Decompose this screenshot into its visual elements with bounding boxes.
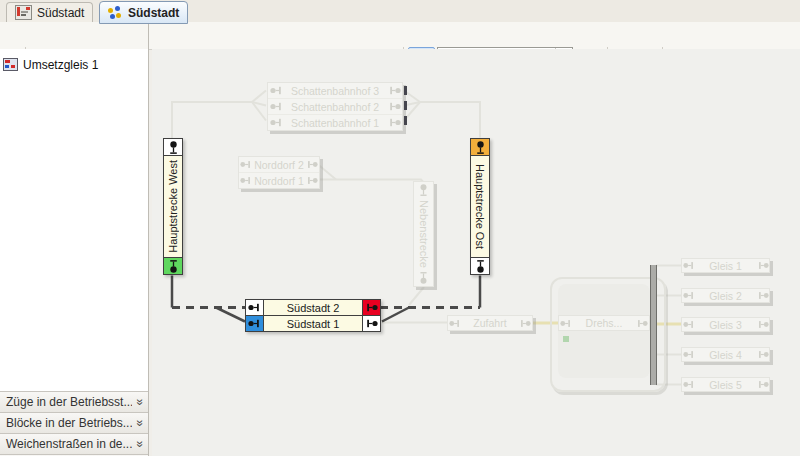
signal-icon — [414, 182, 433, 198]
tab-suedstadt-dispatcher[interactable]: Südstadt — [99, 1, 188, 24]
signal-icon — [164, 257, 182, 274]
block-end-icon — [386, 99, 402, 114]
block-gleis-5[interactable]: Gleis 5 — [681, 377, 770, 392]
tab-bar: Südstadt Südstadt — [0, 0, 800, 23]
block-norddorf-2[interactable]: Norddorf 2 — [239, 157, 319, 172]
block-end-icon — [756, 289, 769, 302]
switchboard-icon — [15, 5, 32, 20]
signal-icon — [164, 139, 182, 156]
tunnel-marker — [404, 116, 407, 125]
block-label: Hauptstrecke Ost — [474, 164, 486, 249]
block-end-icon — [386, 83, 402, 98]
block-norddorf-1[interactable]: Norddorf 1 — [239, 172, 319, 188]
block-group-suedstadt: Südstadt 2 Südstadt 1 — [245, 299, 381, 332]
turntable-plate[interactable] — [558, 284, 650, 378]
block-end-icon — [682, 348, 695, 361]
block-end-icon — [635, 316, 649, 330]
block-end-icon — [559, 316, 573, 330]
block-label: Südstadt 2 — [264, 300, 362, 315]
signal-icon — [471, 257, 489, 274]
block-label: Nebenstrecke — [418, 200, 430, 268]
panel-splitter[interactable] — [148, 22, 149, 456]
block-end-icon — [682, 318, 695, 331]
block-hauptstrecke-ost[interactable]: Hauptstrecke Ost — [470, 138, 490, 275]
block-gleis-1[interactable]: Gleis 1 — [681, 258, 770, 273]
block-label: Südstadt 1 — [264, 316, 362, 331]
block-label: Hauptstrecke West — [167, 160, 179, 253]
block-end-icon-occupied — [362, 300, 380, 315]
traincontroller-window: Südstadt Südstadt — [0, 0, 800, 456]
tab-label: Südstadt — [37, 6, 84, 20]
block-end-icon — [756, 259, 769, 272]
block-end-icon — [682, 378, 695, 391]
block-end-icon — [682, 259, 695, 272]
signal-icon — [414, 270, 433, 286]
block-end-icon — [268, 115, 284, 130]
block-group-norddorf: Norddorf 2 Norddorf 1 — [238, 156, 320, 189]
block-end-icon — [246, 300, 264, 315]
block-end-icon — [448, 316, 462, 330]
block-end-icon — [239, 157, 253, 172]
tunnel-marker — [404, 101, 407, 110]
tunnel-marker — [404, 86, 407, 95]
chevron-expand-icon: » — [133, 394, 147, 410]
block-end-icon — [305, 173, 319, 188]
block-end-icon — [268, 83, 284, 98]
block-drehscheibe[interactable]: Drehs... — [558, 315, 650, 331]
block-group-schattenbahnhof: Schattenbahnhof 3 Schattenbahnhof 2 Scha… — [267, 82, 403, 131]
chevron-expand-icon: » — [133, 436, 147, 452]
block-end-icon — [518, 316, 532, 330]
turntable-fan-rail — [650, 265, 657, 385]
section-trains[interactable]: Züge in der Betriebsst... » — [0, 391, 148, 412]
block-end-icon — [386, 115, 402, 130]
sidebar-item-label: Umsetzgleis 1 — [23, 58, 98, 72]
block-nebenstrecke[interactable]: Nebenstrecke — [413, 181, 434, 287]
block-end-icon — [682, 289, 695, 302]
block-end-icon — [756, 318, 769, 331]
block-end-icon — [362, 316, 380, 331]
turntable-indicator — [563, 336, 569, 342]
block-suedstadt-1[interactable]: Südstadt 1 — [246, 315, 380, 331]
track-icon — [3, 58, 18, 71]
signal-icon — [471, 139, 489, 156]
section-routes[interactable]: Weichenstraßen in de... » — [0, 433, 148, 454]
tab-suedstadt-switchboard[interactable]: Südstadt — [6, 2, 93, 22]
block-gleis-2[interactable]: Gleis 2 — [681, 288, 770, 303]
sidebar-item-umsetzgleis[interactable]: Umsetzgleis 1 — [0, 56, 151, 73]
block-gleis-4[interactable]: Gleis 4 — [681, 347, 770, 362]
block-end-icon — [756, 348, 769, 361]
block-hauptstrecke-west[interactable]: Hauptstrecke West — [163, 138, 183, 275]
block-schattenbahnhof-3[interactable]: Schattenbahnhof 3 — [268, 83, 402, 98]
block-schattenbahnhof-1[interactable]: Schattenbahnhof 1 — [268, 114, 402, 130]
section-blocks[interactable]: Blöcke in der Betriebs... » — [0, 412, 148, 433]
block-end-icon — [239, 173, 253, 188]
chevron-expand-icon: » — [133, 415, 147, 431]
block-gleis-3[interactable]: Gleis 3 — [681, 317, 770, 332]
toolbar: Betriebs... ⇦ ⇨ ⇦ ⇨ ⇦ ⇨ ⇦ ⇨ — [0, 22, 800, 50]
tab-label: Südstadt — [128, 6, 179, 20]
block-end-icon — [305, 157, 319, 172]
block-schattenbahnhof-2[interactable]: Schattenbahnhof 2 — [268, 98, 402, 114]
block-suedstadt-2[interactable]: Südstadt 2 — [246, 300, 380, 315]
block-end-icon — [756, 378, 769, 391]
dispatcher-icon — [108, 6, 123, 19]
block-end-icon-reserved — [246, 316, 264, 331]
block-zufahrt[interactable]: Zufahrt — [447, 315, 533, 331]
block-end-icon — [268, 99, 284, 114]
